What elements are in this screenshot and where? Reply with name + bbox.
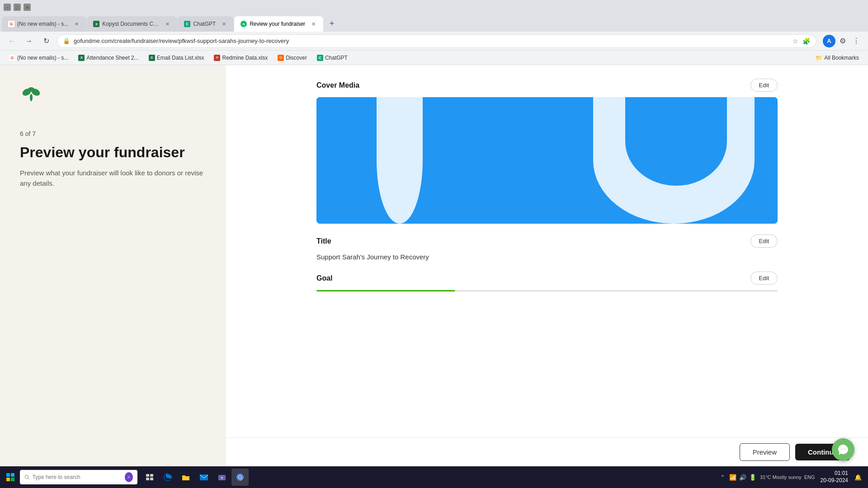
tab-gfm-title: Review your fundraiser [250,21,305,27]
preview-button[interactable]: Preview [740,443,790,461]
edge-taskbar-button[interactable] [159,469,176,486]
cover-media-label: Cover Media [316,81,359,89]
browser-chrome: – □ ✕ G (No new emails) - s... ✕ X Kopys… [0,0,868,65]
svg-rect-7 [11,478,14,481]
svg-rect-6 [6,478,10,481]
mail-taskbar-button[interactable] [195,469,212,486]
gofundme-logo-icon [20,83,42,101]
tab-chatgpt[interactable]: C ChatGPT ✕ [178,16,234,32]
tab-gmail-close[interactable]: ✕ [73,20,80,28]
start-button[interactable] [2,469,19,486]
bookmark-attendance[interactable]: X Attendance Sheet 2... [75,54,142,62]
sys-icons: ⌃ 📶 🔊 🔋 31°C Mostly sunny ENG [718,473,815,482]
tab-gmail[interactable]: G (No new emails) - s... ✕ [2,16,86,32]
cover-image-inner [316,97,778,224]
bookmark-discover[interactable]: D Discover [274,54,311,62]
window-controls: – □ ✕ [4,4,31,11]
taskbar: T ⌃ 📶 🔊 🔋 31°C Mostly sunny ENG 01:01 20… [0,466,868,488]
mail-icon [199,472,209,482]
system-tray: ⌃ 📶 🔊 🔋 31°C Mostly sunny ENG 01:01 20-0… [718,470,866,484]
svg-rect-16 [200,474,208,480]
extensions-icon[interactable]: 🧩 [802,37,811,46]
more-options-icon[interactable]: ⋮ [850,35,863,47]
bookmark-email-data-label: Email Data List.xlsx [157,55,204,61]
gmail-favicon: G [8,21,14,27]
teams-icon: T [217,472,227,482]
progress-indicator: 6 of 7 [20,130,206,137]
svg-rect-4 [6,473,10,477]
forward-button[interactable]: → [23,35,35,47]
tab-gfm[interactable]: G Review your fundraiser ✕ [234,16,323,32]
task-view-button[interactable] [141,469,158,486]
title-edit-button[interactable]: Edit [750,235,778,248]
new-tab-button[interactable]: + [326,17,338,30]
file-explorer-button[interactable] [177,469,194,486]
page-heading: Preview your fundraiser [20,144,206,161]
goal-label: Goal [316,274,333,282]
all-bookmarks-button[interactable]: 📁 All Bookmarks [812,54,863,62]
bookmark-attendance-label: Attendance Sheet 2... [86,55,138,61]
network-icon[interactable]: 📶 [728,473,737,482]
extensions-toolbar-icon[interactable]: ⚙ [836,35,849,47]
tab-kopyst-close[interactable]: ✕ [164,20,171,28]
goal-edit-button[interactable]: Edit [750,272,778,285]
address-input[interactable]: 🔒 gofundme.com/create/fundraiser/review/… [57,34,816,48]
system-clock[interactable]: 01:01 20-09-2024 [818,470,851,484]
support-chat-bubble[interactable] [832,438,854,461]
page-subtext: Preview what your fundraiser will look l… [20,168,206,188]
bookmarks-right: 📁 All Bookmarks [812,54,863,62]
taskbar-search-input[interactable] [33,474,122,480]
edge-icon [163,472,173,482]
chatgpt-favicon: C [184,21,190,27]
teams-taskbar-button[interactable]: T [213,469,231,486]
language-indicator: ENG [804,474,815,480]
svg-rect-14 [146,478,149,480]
chrome-taskbar-button[interactable] [231,469,249,486]
svg-point-0 [30,94,33,101]
maximize-button[interactable]: □ [14,4,21,11]
svg-point-8 [25,475,28,478]
title-label: Title [316,237,331,245]
tab-chatgpt-title: ChatGPT [193,21,216,27]
search-icon [24,474,30,480]
svg-point-21 [239,476,241,479]
bookmark-redmine[interactable]: R Redmine Data.xlsx [210,54,271,62]
address-text: gofundme.com/create/fundraiser/review/pf… [74,38,787,44]
bookmark-redmine-label: Redmine Data.xlsx [222,55,268,61]
volume-icon[interactable]: 🔊 [738,473,747,482]
bookmark-star-icon[interactable]: ☆ [791,37,800,46]
title-value: Support Sarah's Journey to Recovery [316,253,778,261]
title-header: Title Edit [316,235,778,248]
notifications-icon[interactable]: 🔔 [854,473,863,482]
refresh-button[interactable]: ↻ [40,35,52,47]
svg-point-11 [127,476,130,479]
taskbar-search[interactable] [20,470,137,484]
svg-rect-13 [150,474,153,477]
close-button[interactable]: ✕ [24,4,31,11]
tab-chatgpt-close[interactable]: ✕ [220,20,227,28]
tab-kopyst-title: Kopyst Documents Creation.xls... [102,21,159,27]
left-panel: 6 of 7 Preview your fundraiser Preview w… [0,65,226,488]
back-button[interactable]: ← [5,35,18,47]
main-content: 6 of 7 Preview your fundraiser Preview w… [0,65,868,488]
mic-icon [126,474,132,480]
gfm-logo [20,83,206,103]
minimize-button[interactable]: – [4,4,11,11]
title-bar: – □ ✕ [0,0,868,14]
goal-progress-bar [316,290,778,291]
bookmark-email-data[interactable]: X Email Data List.xlsx [145,54,208,62]
tab-gfm-close[interactable]: ✕ [310,20,317,28]
shape-left [377,97,423,224]
bookmark-chatgpt[interactable]: C ChatGPT [313,54,351,62]
bookmark-gmail[interactable]: G (No new emails) - s... [5,54,72,62]
browser-icons: A ⚙ ⋮ [823,35,863,47]
cover-media-edit-button[interactable]: Edit [750,79,778,92]
windows-icon [6,473,15,482]
shape-right-inner [625,97,726,186]
profile-icon[interactable]: A [823,35,835,47]
battery-icon[interactable]: 🔋 [748,473,757,482]
tab-kopyst[interactable]: X Kopyst Documents Creation.xls... ✕ [87,16,177,32]
arrow-up-icon[interactable]: ⌃ [718,473,727,482]
chrome-icon [235,472,245,482]
clock-time: 01:01 [821,470,848,477]
